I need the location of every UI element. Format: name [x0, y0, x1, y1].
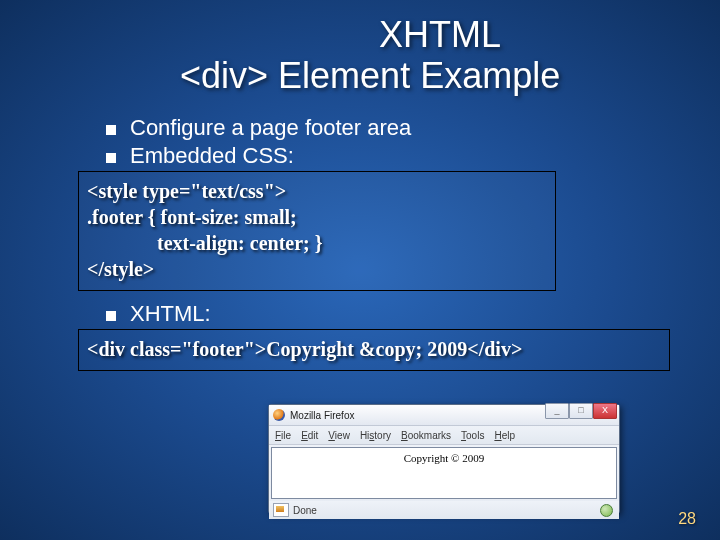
page-footer-text: Copyright © 2009	[272, 452, 616, 464]
page-number: 28	[678, 510, 696, 528]
code-line: </style>	[87, 256, 547, 282]
bullet-3: XHTML:	[106, 301, 666, 327]
bullet-2-text: Embedded CSS:	[130, 143, 294, 169]
browser-viewport: Copyright © 2009	[271, 447, 617, 499]
firefox-icon	[273, 409, 285, 421]
code-line: .footer { font-size: small;	[87, 204, 547, 230]
menu-history[interactable]: History	[360, 430, 391, 441]
menu-view[interactable]: View	[328, 430, 350, 441]
menu-edit[interactable]: Edit	[301, 430, 318, 441]
code-box-xhtml: <div class="footer">Copyright &copy; 200…	[78, 329, 670, 371]
window-controls: _ □ X	[545, 403, 617, 419]
bullet-1: Configure a page footer area	[106, 115, 666, 141]
slide-title: XHTML <div> Element Example	[180, 14, 700, 97]
browser-menubar: File Edit View History Bookmarks Tools H…	[269, 426, 619, 445]
bullet-icon	[106, 311, 116, 321]
code-line: <div class="footer">Copyright &copy; 200…	[87, 336, 661, 362]
page-icon	[273, 503, 289, 517]
bullet-icon	[106, 125, 116, 135]
slide-content: Configure a page footer area Embedded CS…	[106, 115, 666, 371]
slide: XHTML <div> Element Example Configure a …	[0, 0, 720, 540]
code-line: text-align: center; }	[87, 230, 547, 256]
close-button[interactable]: X	[593, 403, 617, 419]
bullet-2: Embedded CSS:	[106, 143, 666, 169]
bullet-icon	[106, 153, 116, 163]
bullet-3-text: XHTML:	[130, 301, 211, 327]
menu-file[interactable]: File	[275, 430, 291, 441]
browser-window: Mozilla Firefox _ □ X File Edit View His…	[268, 404, 620, 514]
code-box-css: <style type="text/css"> .footer { font-s…	[78, 171, 556, 291]
bullet-1-text: Configure a page footer area	[130, 115, 411, 141]
status-text: Done	[293, 505, 317, 516]
menu-bookmarks[interactable]: Bookmarks	[401, 430, 451, 441]
title-line-1: XHTML	[180, 14, 700, 55]
title-line-2: <div> Element Example	[180, 55, 700, 96]
minimize-button[interactable]: _	[545, 403, 569, 419]
browser-statusbar: Done	[269, 501, 619, 519]
menu-help[interactable]: Help	[494, 430, 515, 441]
browser-title-text: Mozilla Firefox	[290, 410, 354, 421]
maximize-button[interactable]: □	[569, 403, 593, 419]
browser-titlebar: Mozilla Firefox _ □ X	[269, 405, 619, 426]
code-line: <style type="text/css">	[87, 178, 547, 204]
status-ok-icon	[600, 504, 613, 517]
menu-tools[interactable]: Tools	[461, 430, 484, 441]
